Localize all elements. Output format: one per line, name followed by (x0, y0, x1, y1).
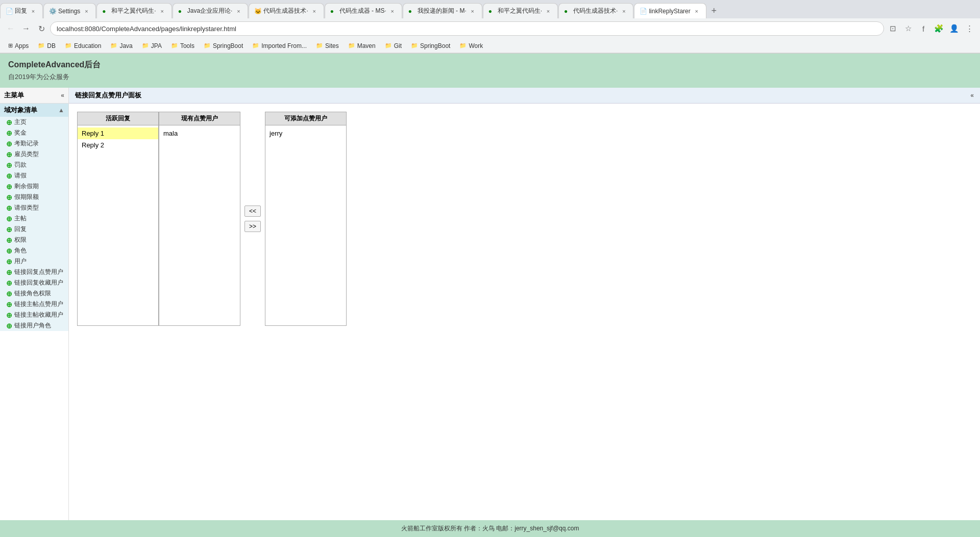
sidebar-item-emp-type[interactable]: ⊕ 雇员类型 (0, 149, 68, 160)
tab-icon-settings: ⚙️ (49, 8, 56, 15)
tab-linkreply[interactable]: 📄 linkReplyStarer × (634, 3, 706, 18)
sidebar-item-link-post-collect[interactable]: ⊕ 链接主帖收藏用户 (0, 310, 68, 320)
sidebar-item-leave-type[interactable]: ⊕ 请假类型 (0, 202, 68, 213)
right-panel-item-jerry[interactable]: jerry (265, 127, 346, 139)
tab-settings[interactable]: ⚙️ Settings × (43, 3, 96, 18)
extension-icon[interactable]: 🧩 (932, 22, 945, 35)
middle-panel-header: 现有点赞用户 (159, 112, 240, 125)
sidebar-item-post[interactable]: ⊕ 主帖 (0, 213, 68, 224)
content-area: 链接回复点赞用户面板 « 活跃回复 Reply 1 Reply 2 现有点赞用户… (69, 88, 980, 523)
new-tab-button[interactable]: + (707, 4, 721, 18)
sidebar-label-link-post-fee: 链接主帖点赞用户 (14, 300, 63, 309)
sidebar-item-link-user-role[interactable]: ⊕ 链接用户角色 (0, 320, 68, 331)
bookmark-git[interactable]: 📁 Git (381, 41, 406, 50)
sidebar-item-fine[interactable]: ⊕ 罚款 (0, 160, 68, 170)
left-panel-item-reply1[interactable]: Reply 1 (78, 127, 158, 139)
tab-close-hpzy2[interactable]: × (544, 7, 552, 15)
sidebar-item-link-role-perm[interactable]: ⊕ 链接角色权限 (0, 288, 68, 299)
left-panel-item-reply2[interactable]: Reply 2 (78, 139, 158, 151)
tab-news[interactable]: ● 我投递的新闻 - M· × (403, 3, 482, 18)
bookmark-jpa[interactable]: 📁 JPA (138, 41, 166, 50)
tools-folder-icon: 📁 (171, 42, 178, 49)
tab-close-java[interactable]: × (234, 7, 242, 15)
tab-close-news[interactable]: × (469, 7, 477, 15)
tab-close-codegen3[interactable]: × (620, 7, 628, 15)
bookmark-maven[interactable]: 📁 Maven (344, 41, 380, 50)
sidebar-item-role[interactable]: ⊕ 角色 (0, 245, 68, 256)
bookmark-apps[interactable]: ⊞ Apps (4, 41, 33, 50)
tab-reply[interactable]: 📄 回复 × (0, 3, 43, 18)
sidebar-item-permission[interactable]: ⊕ 权限 (0, 235, 68, 245)
bookmark-springboot2[interactable]: 📁 SpringBoot (407, 41, 454, 50)
add-button[interactable]: >> (244, 221, 261, 232)
reload-button[interactable]: ↻ (35, 22, 48, 35)
back-button[interactable]: ← (4, 22, 17, 35)
git-folder-icon: 📁 (385, 42, 392, 49)
bookmark-work[interactable]: 📁 Work (455, 41, 487, 50)
sidebar-item-user[interactable]: ⊕ 用户 (0, 256, 68, 267)
work-folder-icon: 📁 (459, 42, 467, 49)
bookmark-star-icon[interactable]: ☆ (901, 22, 915, 35)
db-folder-icon: 📁 (38, 42, 45, 49)
bookmark-tools[interactable]: 📁 Tools (167, 41, 199, 50)
bookmark-db[interactable]: 📁 DB (34, 41, 60, 50)
sidebar-item-bonus[interactable]: ⊕ 奖金 (0, 127, 68, 138)
middle-panel: 现有点赞用户 mala (159, 112, 240, 326)
sidebar-label-link-user-role: 链接用户角色 (14, 321, 51, 330)
forward-button[interactable]: → (19, 22, 33, 35)
tab-close-hpzy1[interactable]: × (158, 7, 166, 15)
apps-icon: ⊞ (8, 42, 13, 49)
tab-codegen3[interactable]: ● 代码生成器技术· × (558, 3, 633, 18)
sidebar-item-remaining-leave[interactable]: ⊕ 剩余假期 (0, 181, 68, 192)
menu-icon[interactable]: ⋮ (963, 22, 976, 35)
sidebar-item-link-reply-fee[interactable]: ⊕ 链接回复点赞用户 (0, 267, 68, 277)
sidebar-item-reply[interactable]: ⊕ 回复 (0, 224, 68, 235)
maven-folder-icon: 📁 (348, 42, 355, 49)
tab-close-codegen1[interactable]: × (310, 7, 318, 15)
sidebar-item-link-reply-collect[interactable]: ⊕ 链接回复收藏用户 (0, 277, 68, 288)
address-bar[interactable]: localhost:8080/CompleteAdvanced/pages/li… (50, 21, 884, 36)
facebook-icon[interactable]: f (917, 22, 930, 35)
tab-close-linkreply[interactable]: × (693, 7, 701, 15)
middle-panel-item-mala[interactable]: mala (159, 127, 240, 139)
tab-close-settings[interactable]: × (82, 7, 90, 15)
plus-icon-user: ⊕ (6, 258, 12, 266)
content-collapse-icon[interactable]: « (970, 92, 974, 99)
profile-icon[interactable]: 👤 (947, 22, 961, 35)
tab-close-codegen2[interactable]: × (388, 7, 397, 15)
tab-icon-hpzy1: ● (102, 8, 109, 15)
left-panel-items: Reply 1 Reply 2 (78, 125, 158, 319)
sidebar-header[interactable]: 主菜单 « (0, 88, 68, 104)
remove-button[interactable]: << (244, 206, 261, 217)
sidebar-item-request[interactable]: ⊕ 请假 (0, 170, 68, 181)
address-text: localhost:8080/CompleteAdvanced/pages/li… (57, 25, 236, 33)
sidebar-item-home[interactable]: ⊕ 主页 (0, 117, 68, 127)
left-panel-header: 活跃回复 (78, 112, 158, 125)
bookmark-sites[interactable]: 📁 Sites (312, 41, 343, 50)
bookmark-java[interactable]: 📁 Java (106, 41, 136, 50)
bookmark-education[interactable]: 📁 Education (61, 41, 105, 50)
sidebar-collapse-icon[interactable]: « (61, 92, 64, 99)
panel-container: 活跃回复 Reply 1 Reply 2 现有点赞用户 mala << >> (69, 104, 980, 334)
right-panel-header: 可添加点赞用户 (265, 112, 346, 125)
tab-close-reply[interactable]: × (29, 7, 37, 15)
sidebar-item-link-post-fee[interactable]: ⊕ 链接主帖点赞用户 (0, 299, 68, 310)
transfer-buttons: << >> (240, 112, 265, 326)
sidebar-label-leave-type: 请假类型 (14, 203, 39, 212)
sidebar-section-header[interactable]: 域对象清单 ▲ (0, 104, 68, 117)
sidebar-section-collapse-icon[interactable]: ▲ (58, 107, 64, 114)
bookmark-imported[interactable]: 📁 Imported From... (248, 41, 311, 50)
bookmark-springboot[interactable]: 📁 SpringBoot (200, 41, 247, 50)
tab-hpzy2[interactable]: ● 和平之翼代码生· × (483, 3, 558, 18)
sidebar-label-bonus: 奖金 (14, 129, 27, 137)
plus-icon-role: ⊕ (6, 247, 12, 255)
right-panel-items: jerry (265, 125, 346, 319)
sidebar-item-attendance[interactable]: ⊕ 考勤记录 (0, 138, 68, 149)
nav-right-icons: ⊡ ☆ f 🧩 👤 ⋮ (886, 22, 976, 35)
tab-codegen2[interactable]: ● 代码生成器 - MS· × (325, 3, 402, 18)
tab-codegen1[interactable]: 🐱 代码生成器技术· × (249, 3, 324, 18)
tab-hpzy1[interactable]: ● 和平之翼代码生· × (96, 3, 172, 18)
sidebar-item-leave-limit[interactable]: ⊕ 假期限额 (0, 192, 68, 202)
tab-java[interactable]: ● Java企业应用论· × (173, 3, 249, 18)
cast-icon[interactable]: ⊡ (886, 22, 899, 35)
